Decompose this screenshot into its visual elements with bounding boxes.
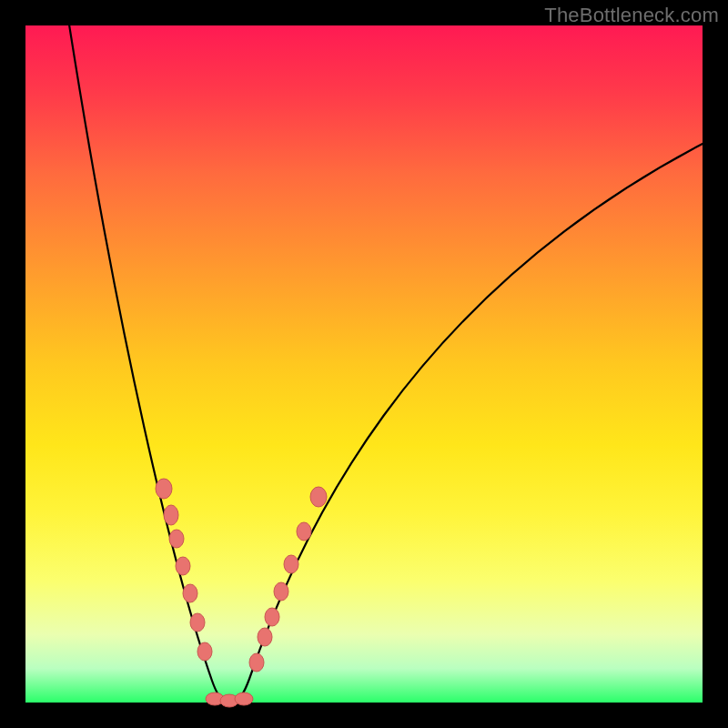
bottleneck-curve xyxy=(53,0,703,703)
bead-left xyxy=(197,642,212,661)
beads-left-group xyxy=(156,479,212,661)
bead-right xyxy=(274,582,288,601)
bead-right xyxy=(310,487,327,507)
chart-frame xyxy=(25,25,703,703)
bead-left xyxy=(164,505,178,525)
bead-left xyxy=(176,557,190,575)
bead-bottom xyxy=(235,693,253,705)
bead-right xyxy=(284,555,298,573)
bead-right xyxy=(297,522,311,541)
bead-right xyxy=(249,653,264,672)
beads-bottom-group xyxy=(206,693,253,707)
watermark-text: TheBottleneck.com xyxy=(544,4,719,27)
bead-right xyxy=(258,628,272,646)
bottleneck-chart xyxy=(25,25,703,703)
bead-left xyxy=(190,613,205,632)
bead-right xyxy=(265,608,279,626)
bead-left xyxy=(183,584,197,602)
bead-left xyxy=(156,479,172,499)
bead-left xyxy=(169,530,184,548)
